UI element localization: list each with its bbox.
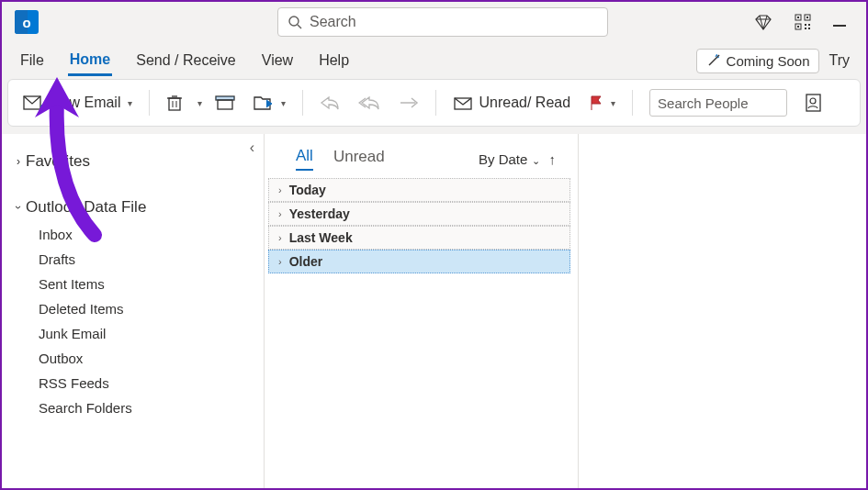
- new-email-button[interactable]: New Email ▾: [17, 90, 138, 116]
- folder-inbox[interactable]: Inbox: [2, 222, 264, 247]
- chevron-down-icon: ▾: [128, 98, 132, 108]
- folder-sidebar: ‹ › Favorites › Outlook Data File Inbox …: [2, 134, 265, 488]
- sort-button[interactable]: By Date ⌄: [479, 151, 540, 167]
- folder-search-folders[interactable]: Search Folders: [2, 395, 264, 420]
- archive-button[interactable]: [209, 91, 241, 115]
- address-book-button[interactable]: [798, 89, 828, 117]
- folder-drafts[interactable]: Drafts: [2, 247, 264, 272]
- ribbon: New Email ▾ ▾ ▾ Unread/ Read ▾ Search Pe…: [7, 79, 861, 127]
- svg-rect-8: [805, 24, 806, 26]
- menu-view[interactable]: View: [260, 47, 295, 74]
- reply-all-button[interactable]: [353, 91, 386, 115]
- menu-help[interactable]: Help: [317, 47, 351, 74]
- svg-rect-7: [797, 26, 799, 28]
- collapse-sidebar-icon[interactable]: ‹: [250, 139, 254, 156]
- minimize-button[interactable]: [833, 25, 846, 27]
- move-button[interactable]: ▾: [248, 91, 291, 115]
- move-icon: [254, 95, 274, 111]
- group-older[interactable]: ›Older: [268, 250, 570, 273]
- folder-sent-items[interactable]: Sent Items: [2, 272, 264, 296]
- chevron-down-icon: ▾: [611, 98, 615, 108]
- forward-button[interactable]: [393, 92, 424, 114]
- group-yesterday[interactable]: ›Yesterday: [268, 202, 570, 226]
- chevron-right-icon: ›: [278, 184, 282, 195]
- svg-point-27: [810, 98, 816, 104]
- chevron-down-icon: ⌄: [532, 155, 540, 166]
- svg-rect-6: [806, 17, 808, 18]
- chevron-down-icon: ▾: [281, 98, 286, 108]
- svg-rect-26: [806, 95, 820, 111]
- sort-direction-button[interactable]: ↑: [549, 151, 557, 167]
- group-today[interactable]: ›Today: [268, 178, 570, 202]
- outlook-logo-icon: o: [15, 10, 39, 34]
- unread-read-label: Unread/ Read: [479, 95, 570, 111]
- chevron-right-icon: ›: [278, 208, 282, 219]
- premium-icon[interactable]: [754, 13, 772, 31]
- search-people-placeholder: Search People: [658, 95, 748, 111]
- search-placeholder: Search: [310, 14, 356, 30]
- data-file-label: Outlook Data File: [26, 198, 146, 217]
- address-book-icon: [804, 93, 822, 113]
- favorites-section[interactable]: › Favorites: [2, 147, 264, 176]
- title-bar: o Search: [2, 2, 866, 42]
- chevron-right-icon: ›: [278, 256, 282, 267]
- folder-outbox[interactable]: Outbox: [2, 346, 264, 371]
- trash-icon: [166, 94, 183, 112]
- svg-rect-11: [808, 28, 810, 29]
- svg-rect-16: [169, 98, 180, 110]
- separator: [632, 90, 633, 116]
- favorites-label: Favorites: [26, 152, 90, 171]
- search-icon: [287, 15, 302, 29]
- try-label[interactable]: Try: [829, 52, 850, 69]
- menu-home[interactable]: Home: [68, 46, 112, 76]
- group-last-week[interactable]: ›Last Week: [268, 226, 570, 250]
- filter-all[interactable]: All: [296, 147, 313, 171]
- wand-icon: [706, 53, 721, 68]
- filter-unread[interactable]: Unread: [333, 148, 385, 170]
- coming-soon-button[interactable]: Coming Soon: [696, 49, 820, 73]
- menu-send-receive[interactable]: Send / Receive: [134, 47, 238, 74]
- forward-icon: [399, 95, 419, 110]
- new-email-icon: [23, 94, 45, 112]
- menu-file[interactable]: File: [18, 47, 46, 74]
- reading-pane: [579, 134, 866, 488]
- flag-button[interactable]: ▾: [583, 91, 621, 115]
- archive-icon: [215, 95, 235, 111]
- reply-all-icon: [358, 95, 380, 111]
- reply-icon: [320, 95, 340, 111]
- folder-junk-email[interactable]: Junk Email: [2, 321, 264, 346]
- delete-button[interactable]: [161, 90, 188, 116]
- separator: [302, 90, 303, 116]
- coming-soon-label: Coming Soon: [727, 53, 810, 69]
- svg-rect-5: [797, 17, 799, 18]
- reply-button[interactable]: [314, 91, 345, 115]
- unread-read-button[interactable]: Unread/ Read: [447, 91, 576, 115]
- flag-icon: [589, 95, 603, 111]
- data-file-section[interactable]: › Outlook Data File: [2, 193, 264, 222]
- chevron-right-icon: ›: [17, 155, 20, 168]
- separator: [435, 90, 436, 116]
- message-list: All Unread By Date ⌄ ↑ ›Today ›Yesterday…: [265, 134, 579, 488]
- svg-rect-23: [218, 100, 232, 109]
- qr-icon[interactable]: [795, 14, 811, 30]
- chevron-right-icon: ›: [278, 232, 282, 243]
- svg-line-12: [709, 55, 719, 65]
- svg-line-1: [298, 25, 301, 28]
- separator: [149, 90, 150, 116]
- folder-rss-feeds[interactable]: RSS Feeds: [2, 371, 264, 395]
- menu-bar: File Home Send / Receive View Help Comin…: [2, 42, 866, 79]
- chevron-down-icon[interactable]: ▾: [197, 98, 202, 108]
- new-email-label: New Email: [51, 95, 120, 111]
- chevron-down-icon: ›: [12, 206, 25, 209]
- svg-point-0: [289, 17, 299, 26]
- search-people-input[interactable]: Search People: [649, 89, 787, 117]
- search-input[interactable]: Search: [277, 7, 608, 37]
- folder-deleted-items[interactable]: Deleted Items: [2, 296, 264, 321]
- envelope-icon: [453, 95, 473, 111]
- main-area: ‹ › Favorites › Outlook Data File Inbox …: [2, 134, 866, 488]
- svg-rect-10: [805, 28, 806, 29]
- svg-rect-9: [808, 24, 810, 26]
